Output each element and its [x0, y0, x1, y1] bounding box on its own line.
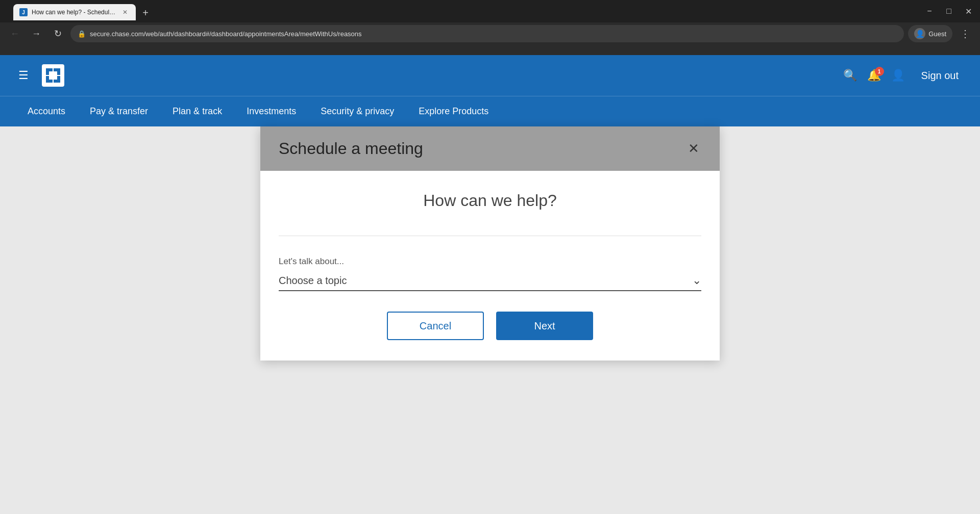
tab-close-button[interactable]: ✕: [120, 8, 130, 17]
user-icon: 👤: [891, 69, 905, 82]
lock-icon: 🔒: [78, 30, 86, 38]
tab-title: How can we help? - Schedule a: [32, 9, 116, 16]
search-icon: 🔍: [843, 69, 857, 82]
next-button[interactable]: Next: [496, 312, 593, 340]
cancel-button[interactable]: Cancel: [387, 312, 484, 340]
back-button[interactable]: ←: [6, 25, 23, 42]
active-tab[interactable]: J How can we help? - Schedule a ✕: [13, 4, 136, 20]
browser-chrome: J How can we help? - Schedule a ✕ + − □ …: [0, 0, 980, 55]
new-tab-button[interactable]: +: [138, 5, 153, 20]
notification-badge: 1: [875, 67, 884, 76]
profile-icon: 👤: [914, 28, 925, 39]
modal-title: Schedule a meeting: [279, 139, 423, 158]
close-button[interactable]: ✕: [961, 4, 976, 19]
chase-content: Schedule a meeting ✕ How can we help? Le…: [0, 126, 980, 514]
tab-bar: J How can we help? - Schedule a ✕ +: [9, 2, 922, 20]
modal-close-button[interactable]: ✕: [686, 139, 701, 159]
topic-form-section: Let's talk about... Choose a topic ⌄: [279, 256, 701, 291]
minimize-button[interactable]: −: [922, 4, 937, 19]
search-button[interactable]: 🔍: [843, 69, 857, 82]
browser-titlebar: J How can we help? - Schedule a ✕ + − □ …: [0, 0, 980, 22]
profile-label: Guest: [928, 30, 946, 38]
modal-overlay: Schedule a meeting ✕ How can we help? Le…: [0, 126, 980, 514]
schedule-meeting-modal: Schedule a meeting ✕ How can we help? Le…: [260, 126, 720, 361]
reload-button[interactable]: ↻: [49, 25, 66, 42]
modal-body: How can we help? Let's talk about... Cho…: [260, 171, 720, 361]
sign-out-button[interactable]: Sign out: [915, 66, 965, 86]
address-bar-row: ← → ↻ 🔒 secure.chase.com/web/auth/dashbo…: [0, 22, 980, 45]
hamburger-menu-button[interactable]: ☰: [15, 66, 32, 85]
topic-select-wrapper[interactable]: Choose a topic ⌄: [279, 271, 701, 291]
modal-divider: [279, 236, 701, 236]
chase-app: ☰ 🔍 🔔 1 👤 Sign out: [0, 55, 980, 514]
chase-header: ☰ 🔍 🔔 1 👤 Sign out: [0, 55, 980, 96]
sidebar-item-investments[interactable]: Investments: [234, 96, 308, 127]
account-button[interactable]: 👤: [891, 69, 905, 82]
tab-favicon: J: [19, 8, 28, 16]
sidebar-item-pay-transfer[interactable]: Pay & transfer: [78, 96, 160, 127]
modal-question: How can we help?: [279, 191, 701, 210]
url-text: secure.chase.com/web/auth/dashboard#/das…: [90, 30, 897, 38]
sidebar-item-plan-track[interactable]: Plan & track: [160, 96, 234, 127]
address-bar[interactable]: 🔒 secure.chase.com/web/auth/dashboard#/d…: [70, 25, 904, 42]
sidebar-item-explore-products[interactable]: Explore Products: [406, 96, 501, 127]
modal-actions: Cancel Next: [279, 312, 701, 340]
form-label: Let's talk about...: [279, 256, 701, 267]
profile-button[interactable]: 👤 Guest: [908, 25, 952, 42]
chase-logo-svg: [45, 67, 61, 84]
notifications-button[interactable]: 🔔 1: [867, 69, 881, 82]
header-icons: 🔍 🔔 1 👤 Sign out: [843, 66, 965, 86]
forward-button[interactable]: →: [28, 25, 45, 42]
chase-logo: [42, 64, 64, 87]
maximize-button[interactable]: □: [941, 4, 957, 19]
browser-menu-button[interactable]: ⋮: [957, 25, 974, 42]
modal-header: Schedule a meeting ✕: [260, 126, 720, 171]
chase-nav: Accounts Pay & transfer Plan & track Inv…: [0, 96, 980, 126]
svg-rect-5: [49, 71, 57, 80]
topic-select[interactable]: Choose a topic: [279, 271, 701, 290]
sidebar-item-security-privacy[interactable]: Security & privacy: [308, 96, 406, 127]
sidebar-item-accounts[interactable]: Accounts: [15, 96, 78, 127]
window-controls: − □ ✕: [922, 4, 976, 19]
